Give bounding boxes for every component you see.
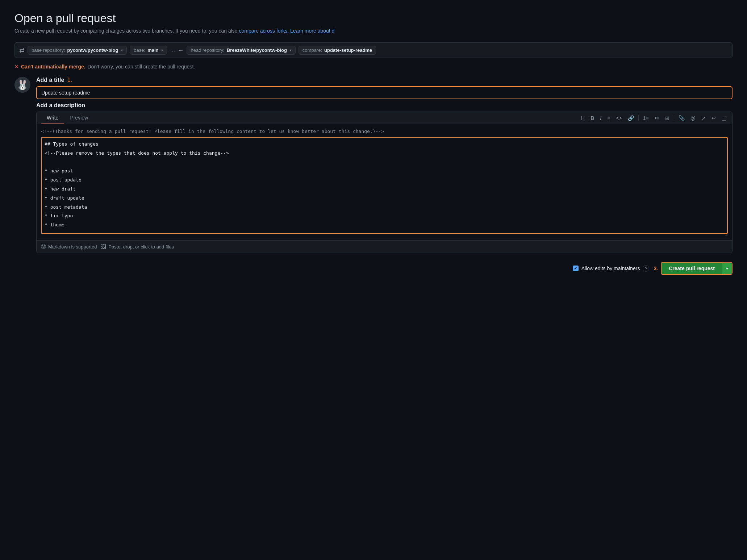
learn-more-link[interactable]: Learn more about d: [290, 28, 334, 34]
editor-line-remove-comment: <!--Please remove the types that does no…: [45, 150, 724, 157]
merge-warning: ✕ Can't automatically merge. Don't worry…: [14, 64, 733, 70]
editor-toolbar: H B I ≡ <> 🔗 1≡ •≡ ⊞ 📎 @: [580, 114, 728, 122]
toolbar-code-btn[interactable]: <>: [614, 114, 623, 122]
title-form-content: Add a title 1. Add a description Write P…: [36, 77, 733, 253]
editor-line-draft-update: * draft update: [45, 195, 724, 202]
create-btn-dropdown[interactable]: ▾: [722, 263, 732, 274]
toolbar-divider-2: [674, 115, 674, 121]
toolbar-task-list-btn[interactable]: ⊞: [664, 114, 671, 122]
repo-bar: ⇄ base repository: pycontw/pycontw-blog …: [14, 42, 733, 58]
file-upload-label[interactable]: 🖼 Paste, drop, or click to add files: [101, 244, 174, 250]
create-btn-group: Create pull request ▾: [661, 262, 733, 275]
tab-preview[interactable]: Preview: [64, 112, 94, 124]
base-branch-select[interactable]: base: main ▾: [130, 46, 167, 55]
image-icon: 🖼: [101, 244, 106, 250]
create-pull-request-button[interactable]: Create pull request: [662, 263, 722, 274]
compare-forks-link[interactable]: compare across forks.: [239, 28, 289, 34]
editor-footer: Ⓜ Markdown is supported 🖼 Paste, drop, o…: [37, 240, 732, 253]
markdown-support-label: Ⓜ Markdown is supported: [41, 243, 97, 250]
toolbar-undo-btn[interactable]: ↩: [710, 114, 717, 122]
toolbar-heading-btn[interactable]: H: [580, 114, 586, 122]
toolbar-unordered-list-btn[interactable]: •≡: [653, 114, 661, 122]
editor-line-blank-1: [45, 159, 724, 166]
toolbar-quote-btn[interactable]: ≡: [606, 114, 612, 122]
toolbar-ordered-list-btn[interactable]: 1≡: [642, 114, 650, 122]
toolbar-bold-btn[interactable]: B: [589, 114, 596, 122]
toolbar-mention-btn[interactable]: @: [689, 114, 697, 122]
editor-body[interactable]: <!--(Thanks for sending a pull request! …: [37, 124, 732, 240]
step-3-badge: 3.: [654, 266, 658, 271]
allow-edits-label: Allow edits by maintainers: [581, 266, 640, 271]
head-repo-select[interactable]: head repository: BreezeWhite/pycontw-blo…: [187, 46, 295, 55]
editor-selected-block[interactable]: ## Types of changes <!--Please remove th…: [41, 137, 728, 234]
create-btn-wrapper: 3. Create pull request ▾: [654, 262, 733, 275]
description-section: Add a description Write Preview H B I ≡ …: [36, 102, 733, 253]
pr-title-input[interactable]: [36, 86, 733, 99]
toolbar-reference-btn[interactable]: ↗: [700, 114, 707, 122]
base-repo-select[interactable]: base repository: pycontw/pycontw-blog ▾: [28, 46, 127, 55]
base-repo-arrow-icon: ▾: [121, 48, 123, 52]
merge-warning-bold: Can't automatically merge.: [21, 64, 85, 70]
merge-error-icon: ✕: [14, 64, 19, 70]
resize-handle: ⌟: [725, 229, 728, 237]
toolbar-link-btn[interactable]: 🔗: [626, 114, 635, 122]
editor-comment-line: <!--(Thanks for sending a pull request! …: [41, 129, 728, 134]
tab-write[interactable]: Write: [41, 112, 64, 124]
form-bottom: ✓ Allow edits by maintainers ? 3. Create…: [14, 262, 733, 275]
pr-form: 🐰 Add a title 1. Add a description Write…: [14, 77, 733, 275]
editor-line-post-metadata: * post metadata: [45, 204, 724, 211]
dots-icon: …: [170, 47, 175, 53]
page-title: Open a pull request: [14, 12, 733, 25]
editor-line-theme: * theme: [45, 221, 724, 229]
head-repo-arrow-icon: ▾: [290, 48, 292, 52]
compare-branch-select[interactable]: compare: update-setup-readme: [299, 46, 376, 55]
page-subtitle: Create a new pull request by comparing c…: [14, 28, 733, 34]
allow-edits-checkbox[interactable]: ✓: [573, 266, 579, 271]
editor-line-post-update: * post update: [45, 176, 724, 184]
base-branch-arrow-icon: ▾: [161, 48, 163, 52]
editor-tabs: Write Preview H B I ≡ <> 🔗 1≡ •≡: [37, 112, 732, 124]
left-arrow-icon: ←: [178, 47, 184, 54]
title-section-label: Add a title 1.: [36, 77, 733, 83]
editor-line-new-post: * new post: [45, 167, 724, 175]
toolbar-italic-btn[interactable]: I: [598, 114, 603, 122]
editor-line-new-draft: * new draft: [45, 185, 724, 193]
toolbar-attach-btn[interactable]: 📎: [677, 114, 686, 122]
toolbar-divider-1: [638, 115, 639, 121]
editor-line-fix-typo: * fix typo: [45, 212, 724, 220]
allow-edits-help-icon[interactable]: ?: [643, 265, 649, 272]
description-editor: Write Preview H B I ≡ <> 🔗 1≡ •≡: [36, 112, 733, 253]
toolbar-markdown-guide-btn[interactable]: ⬚: [720, 114, 728, 122]
step-1-badge: 1.: [67, 77, 72, 83]
description-label: Add a description: [36, 102, 733, 109]
avatar: 🐰: [14, 77, 30, 93]
markdown-icon: Ⓜ: [41, 243, 46, 250]
compare-icon: ⇄: [19, 46, 25, 54]
editor-line-types-heading: ## Types of changes: [45, 141, 724, 148]
merge-warning-text: Don't worry, you can still create the pu…: [88, 64, 195, 70]
allow-edits-row: ✓ Allow edits by maintainers ?: [573, 265, 650, 272]
title-row: 🐰 Add a title 1. Add a description Write…: [14, 77, 733, 253]
